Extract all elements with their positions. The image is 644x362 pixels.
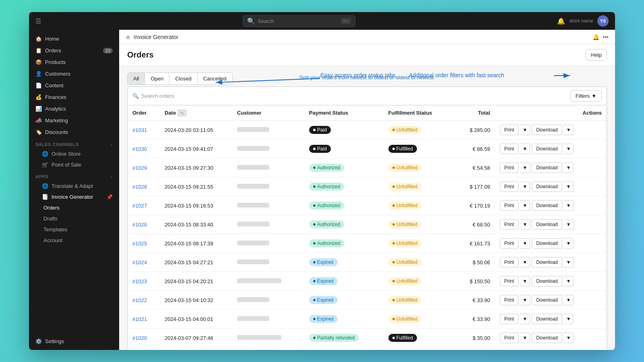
search-icon: 🔍 [247,17,255,25]
print-dropdown-button[interactable]: ▼ [520,219,530,230]
print-button[interactable]: Print [500,257,519,267]
help-button[interactable]: Help [586,49,607,61]
sidebar-item-customers[interactable]: 👤 Customers [31,68,118,79]
sidebar-item-analytics[interactable]: 📊 Analytics [31,103,118,114]
search-placeholder[interactable]: Search orders [141,93,174,99]
download-button[interactable]: Download [532,257,562,267]
menu-icon[interactable]: ☰ [35,17,41,25]
sidebar-item-discounts[interactable]: 🏷️ Discounts [31,127,118,138]
print-button[interactable]: Print [500,162,519,173]
download-button[interactable]: Download [532,314,562,324]
print-button[interactable]: Print [500,276,519,286]
print-dropdown-button[interactable]: ▼ [520,200,530,211]
print-dropdown-button[interactable]: ▼ [520,144,530,154]
sidebar-item-products[interactable]: 📦 Products [31,57,118,68]
sidebar-item-marketing[interactable]: 📣 Marketing [31,115,118,126]
print-button[interactable]: Print [500,144,519,154]
order-number[interactable]: #1027 [132,203,147,209]
print-button[interactable]: Print [500,314,519,324]
download-dropdown-button[interactable]: ▼ [564,219,574,230]
order-number[interactable]: #1031 [132,127,147,133]
sidebar-sub-orders[interactable]: Orders [31,203,118,213]
sidebar-item-pos[interactable]: 🛒 Point of Sale [31,160,118,170]
sidebar-item-settings[interactable]: ⚙️ Settings [31,336,118,347]
download-dropdown-button[interactable]: ▼ [564,125,574,135]
download-dropdown-button[interactable]: ▼ [564,181,574,192]
apps-section: Apps › [29,170,119,181]
print-dropdown-button[interactable]: ▼ [520,333,530,343]
print-button[interactable]: Print [500,219,519,230]
tab-cancelled[interactable]: Cancelled [198,73,232,84]
print-dropdown-button[interactable]: ▼ [520,125,530,135]
download-dropdown-button[interactable]: ▼ [564,276,574,286]
sidebar-sub-drafts[interactable]: Drafts [31,214,118,224]
download-dropdown-button[interactable]: ▼ [564,200,574,211]
download-dropdown-button[interactable]: ▼ [564,238,574,249]
print-button[interactable]: Print [500,200,519,211]
download-dropdown-button[interactable]: ▼ [564,333,574,343]
download-button[interactable]: Download [532,276,562,286]
tab-all[interactable]: All [128,73,145,84]
more-icon[interactable]: ••• [603,34,609,40]
download-button[interactable]: Download [532,125,562,135]
download-button[interactable]: Download [532,200,562,211]
print-dropdown-button[interactable]: ▼ [520,295,530,305]
sidebar-item-home[interactable]: 🏠 Home [31,33,118,44]
table-row: #1020 2024-03-07 09:27:46 Partially refu… [128,329,607,348]
download-dropdown-button[interactable]: ▼ [564,144,574,154]
order-number[interactable]: #1026 [132,222,147,228]
order-total: € 68.50 [473,222,490,228]
notification-icon[interactable]: 🔔 [557,17,565,25]
download-dropdown-button[interactable]: ▼ [564,257,574,267]
bell-icon[interactable]: 🔔 [592,34,599,40]
filters-button[interactable]: Filters ▼ [570,90,602,102]
print-button[interactable]: Print [500,125,519,135]
download-button[interactable]: Download [532,181,562,192]
print-dropdown-button[interactable]: ▼ [520,181,530,192]
sidebar-item-finances[interactable]: 💰 Finances [31,92,118,103]
print-dropdown-button[interactable]: ▼ [520,257,530,267]
download-button[interactable]: Download [532,144,562,154]
order-number[interactable]: #1021 [132,316,147,322]
sidebar-label-invoice: Invoice Generator [52,194,93,200]
download-button[interactable]: Download [532,238,562,249]
order-number[interactable]: #1028 [132,184,147,190]
top-bar-center: 🔍 Search ⌘K [243,15,355,27]
sidebar-item-orders[interactable]: 📋 Orders 29 [31,45,118,56]
order-number[interactable]: #1025 [132,241,147,247]
print-button[interactable]: Print [500,333,519,343]
order-date: 2024-03-15 09:21:55 [165,184,213,190]
action-group: Print▼ Download▼ [500,162,602,173]
download-button[interactable]: Download [532,333,562,343]
sidebar-sub-account[interactable]: Account [31,235,118,245]
global-search-bar[interactable]: 🔍 Search ⌘K [243,15,355,27]
print-button[interactable]: Print [500,238,519,249]
sidebar-sub-templates[interactable]: Templates [31,224,118,234]
sidebar-item-content[interactable]: 📄 Content [31,80,118,91]
print-dropdown-button[interactable]: ▼ [520,238,530,249]
download-dropdown-button[interactable]: ▼ [564,314,574,324]
order-number[interactable]: #1022 [132,297,147,303]
sort-asc-icon[interactable]: ↑↓ [178,109,186,116]
print-dropdown-button[interactable]: ▼ [520,162,530,173]
print-dropdown-button[interactable]: ▼ [520,314,530,324]
order-number[interactable]: #1029 [132,165,147,171]
order-number[interactable]: #1020 [132,335,147,341]
sidebar-item-online-store[interactable]: 🌐 Online Store [31,149,118,159]
download-button[interactable]: Download [532,219,562,230]
print-dropdown-button[interactable]: ▼ [520,276,530,286]
order-number[interactable]: #1024 [132,259,147,265]
download-dropdown-button[interactable]: ▼ [564,295,574,305]
order-number[interactable]: #1023 [132,278,147,284]
tab-closed[interactable]: Closed [169,73,197,84]
download-button[interactable]: Download [532,162,562,173]
download-button[interactable]: Download [532,295,562,305]
order-number[interactable]: #1030 [132,146,147,152]
download-dropdown-button[interactable]: ▼ [564,162,574,173]
avatar[interactable]: YS [597,15,609,27]
sidebar-item-invoice-generator[interactable]: 📑 Invoice Generator 📌 [31,192,118,202]
print-button[interactable]: Print [500,295,519,305]
tab-open[interactable]: Open [145,73,169,84]
sidebar-item-translate[interactable]: 🌐 Translate & Adapt [31,181,118,191]
print-button[interactable]: Print [500,181,519,192]
